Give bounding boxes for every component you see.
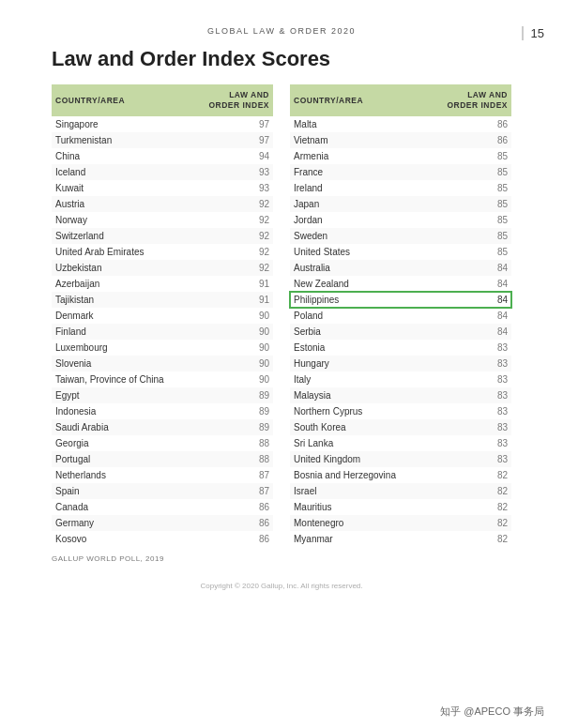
table-row: Switzerland92	[52, 228, 273, 244]
right-col-score: LAW ANDORDER INDEX	[427, 84, 511, 116]
table-row: Myanmar82	[290, 531, 511, 547]
score-value: 82	[427, 531, 511, 547]
table-row: Norway92	[52, 212, 273, 228]
country-name: Jordan	[290, 212, 427, 228]
country-name: Saudi Arabia	[52, 419, 191, 435]
table-row: Egypt89	[52, 387, 273, 403]
table-row: Turkmenistan97	[52, 132, 273, 148]
score-value: 88	[191, 435, 273, 451]
score-value: 85	[427, 180, 511, 196]
country-name: China	[52, 148, 191, 164]
score-value: 83	[427, 356, 511, 372]
country-name: Sweden	[290, 228, 427, 244]
score-value: 90	[191, 356, 273, 372]
right-col-country: COUNTRY/AREA	[290, 84, 427, 116]
country-name: New Zealand	[290, 276, 427, 292]
table-row: Malaysia83	[290, 387, 511, 403]
country-name: Norway	[52, 212, 191, 228]
score-value: 86	[191, 531, 273, 547]
table-row: China94	[52, 148, 273, 164]
score-value: 97	[191, 132, 273, 148]
score-value: 90	[191, 372, 273, 387]
score-value: 90	[191, 308, 273, 324]
score-value: 89	[191, 419, 273, 435]
country-name: Serbia	[290, 324, 427, 340]
country-name: Uzbekistan	[52, 260, 191, 276]
country-name: Azerbaijan	[52, 276, 191, 292]
table-row: Malta86	[290, 116, 511, 132]
score-value: 84	[427, 324, 511, 340]
score-value: 84	[427, 308, 511, 324]
table-row: Montenegro82	[290, 515, 511, 531]
source-label: GALLUP WORLD POLL, 2019	[52, 554, 563, 563]
score-value: 93	[191, 180, 273, 196]
score-value: 90	[191, 340, 273, 356]
country-name: Kuwait	[52, 180, 191, 196]
country-name: Taiwan, Province of China	[52, 372, 191, 387]
country-name: Denmark	[52, 308, 191, 324]
score-value: 89	[191, 403, 273, 419]
table-row: Canada86	[52, 499, 273, 515]
table-row: Luxembourg90	[52, 340, 273, 356]
country-name: Spain	[52, 483, 191, 499]
country-name: Bosnia and Herzegovina	[290, 467, 427, 483]
table-row: Azerbaijan91	[52, 276, 273, 292]
score-value: 92	[191, 244, 273, 260]
country-name: Egypt	[52, 387, 191, 403]
score-value: 83	[427, 372, 511, 387]
country-name: Ireland	[290, 180, 427, 196]
score-value: 83	[427, 387, 511, 403]
country-name: Northern Cyprus	[290, 403, 427, 419]
country-name: Portugal	[52, 451, 191, 467]
score-value: 83	[427, 435, 511, 451]
table-row: Jordan85	[290, 212, 511, 228]
table-row: Iceland93	[52, 164, 273, 180]
country-name: United States	[290, 244, 427, 260]
score-value: 91	[191, 276, 273, 292]
country-name: Finland	[52, 324, 191, 340]
country-name: South Korea	[290, 419, 427, 435]
score-value: 88	[191, 451, 273, 467]
country-name: Italy	[290, 372, 427, 387]
score-value: 85	[427, 228, 511, 244]
score-value: 97	[191, 116, 273, 132]
country-name: Turkmenistan	[52, 132, 191, 148]
score-value: 84	[427, 292, 511, 308]
country-name: Vietnam	[290, 132, 427, 148]
country-name: Singapore	[52, 116, 191, 132]
zhihu-badge: 知乎 @APECO 事务局	[440, 705, 544, 719]
score-value: 83	[427, 451, 511, 467]
country-name: Armenia	[290, 148, 427, 164]
score-value: 86	[427, 116, 511, 132]
right-table: COUNTRY/AREA LAW ANDORDER INDEX Malta86V…	[290, 84, 511, 547]
footer-text: Copyright © 2020 Gallup, Inc. All rights…	[0, 582, 563, 599]
table-row: Philippines84	[290, 292, 511, 308]
table-row: Israel82	[290, 483, 511, 499]
table-row: France85	[290, 164, 511, 180]
table-row: Kuwait93	[52, 180, 273, 196]
country-name: Austria	[52, 196, 191, 212]
score-value: 86	[191, 515, 273, 531]
table-row: Saudi Arabia89	[52, 419, 273, 435]
left-table: COUNTRY/AREA LAW ANDORDER INDEX Singapor…	[52, 84, 273, 547]
country-name: Myanmar	[290, 531, 427, 547]
table-row: Australia84	[290, 260, 511, 276]
score-value: 86	[427, 132, 511, 148]
country-name: Slovenia	[52, 356, 191, 372]
table-row: Tajikistan91	[52, 292, 273, 308]
country-name: Georgia	[52, 435, 191, 451]
table-row: United States85	[290, 244, 511, 260]
score-value: 94	[191, 148, 273, 164]
country-name: Israel	[290, 483, 427, 499]
score-value: 92	[191, 228, 273, 244]
table-row: Poland84	[290, 308, 511, 324]
score-value: 92	[191, 260, 273, 276]
score-value: 84	[427, 276, 511, 292]
country-name: United Kingdom	[290, 451, 427, 467]
table-row: United Kingdom83	[290, 451, 511, 467]
score-value: 82	[427, 467, 511, 483]
table-row: Uzbekistan92	[52, 260, 273, 276]
country-name: Luxembourg	[52, 340, 191, 356]
country-name: Poland	[290, 308, 427, 324]
table-row: Vietnam86	[290, 132, 511, 148]
